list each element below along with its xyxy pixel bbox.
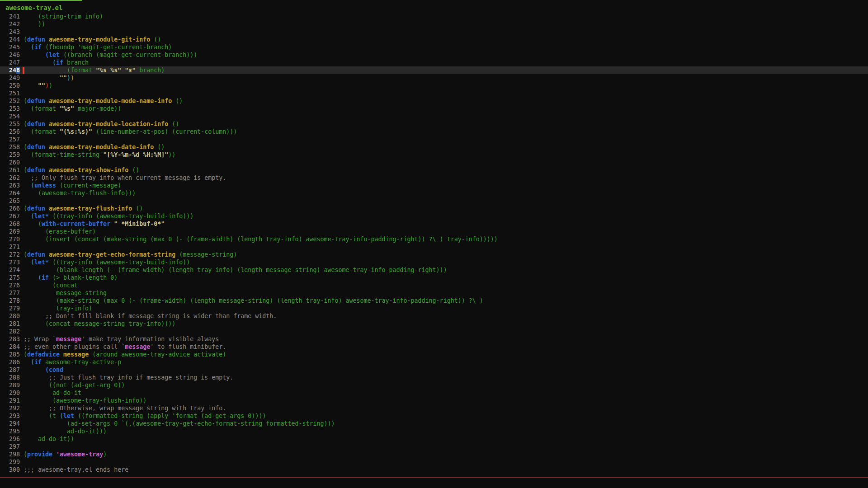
code-line[interactable]: 250 "")) xyxy=(0,82,868,89)
code-line[interactable]: 249 "")) xyxy=(0,74,868,82)
code-text: (let* ((tray-info (awesome-tray-build-in… xyxy=(24,259,190,266)
code-line[interactable]: 245 (if (fboundp 'magit-get-current-bran… xyxy=(0,43,868,51)
code-text: (defun awesome-tray-get-echo-format-stri… xyxy=(24,251,237,258)
code-line[interactable]: 296 ad-do-it)) xyxy=(0,435,868,443)
code-line[interactable]: 281 (concat message-string tray-info)))) xyxy=(0,320,868,328)
code-line[interactable]: 290 ad-do-it xyxy=(0,389,868,397)
code-line[interactable]: 259 (format-time-string "[%Y-%m-%d %H:%M… xyxy=(0,151,868,159)
code-line[interactable]: 291 (awesome-tray-flush-info)) xyxy=(0,397,868,404)
code-line[interactable]: 253 (format "%s" major-mode)) xyxy=(0,105,868,113)
code-text: (if (> blank-length 0) xyxy=(24,274,118,281)
code-line[interactable]: 242 )) xyxy=(0,20,868,28)
line-number: 297 xyxy=(0,443,20,450)
code-line[interactable]: 255(defun awesome-tray-module-location-i… xyxy=(0,120,868,128)
code-line[interactable]: 285(defadvice message (around awesome-tr… xyxy=(0,351,868,358)
line-number: 245 xyxy=(0,43,20,51)
code-line[interactable]: 280 ;; Don't fill blank if message strin… xyxy=(0,312,868,320)
line-number: 265 xyxy=(0,197,20,205)
code-line[interactable]: 264 (awesome-tray-flush-info))) xyxy=(0,189,868,197)
line-number: 295 xyxy=(0,427,20,435)
code-line[interactable]: 261(defun awesome-tray-show-info () xyxy=(0,166,868,174)
code-line[interactable]: 265 xyxy=(0,197,868,205)
line-number: 276 xyxy=(0,282,20,289)
code-line[interactable]: 292 ;; Otherwise, wrap message string wi… xyxy=(0,404,868,412)
code-line[interactable]: 266(defun awesome-tray-flush-info () xyxy=(0,205,868,212)
code-line[interactable]: 251 xyxy=(0,89,868,97)
code-line[interactable]: 278 (make-string (max 0 (- (frame-width)… xyxy=(0,297,868,305)
line-number: 257 xyxy=(0,136,20,143)
line-number: 287 xyxy=(0,366,20,374)
code-text: (awesome-tray-flush-info)) xyxy=(24,397,146,404)
code-line[interactable]: 268 (with-current-buffer " *Minibuf-0*" xyxy=(0,220,868,228)
line-number: 258 xyxy=(0,143,20,151)
code-line[interactable]: 247 (if branch xyxy=(0,59,868,66)
code-line[interactable]: 257 xyxy=(0,136,868,143)
code-line[interactable]: 298(provide 'awesome-tray) xyxy=(0,450,868,458)
line-number: 241 xyxy=(0,13,20,20)
code-line[interactable]: 277 message-string xyxy=(0,289,868,297)
code-text: ad-do-it))) xyxy=(24,428,107,435)
code-line[interactable]: 274 (blank-length (- (frame-width) (leng… xyxy=(0,266,868,274)
code-line[interactable]: 252(defun awesome-tray-module-mode-name-… xyxy=(0,97,868,105)
code-line[interactable]: 271 xyxy=(0,243,868,251)
code-line[interactable]: 263 (unless (current-message) xyxy=(0,182,868,189)
code-text: )) xyxy=(24,21,45,28)
line-number: 273 xyxy=(0,258,20,266)
code-line[interactable]: 279 tray-info) xyxy=(0,305,868,312)
code-text: (format "(%s:%s)" (line-number-at-pos) (… xyxy=(24,128,237,135)
code-line[interactable]: 270 (insert (concat (make-string (max 0 … xyxy=(0,235,868,243)
code-line[interactable]: 272(defun awesome-tray-get-echo-format-s… xyxy=(0,251,868,258)
code-text: (concat message-string tray-info)))) xyxy=(24,320,175,327)
code-line[interactable]: 241 (string-trim info) xyxy=(0,13,868,20)
code-text: ((not (ad-get-arg 0)) xyxy=(24,382,125,389)
line-number: 259 xyxy=(0,151,20,159)
code-text: "")) xyxy=(24,75,74,81)
code-line[interactable]: 282 xyxy=(0,328,868,335)
text-cursor xyxy=(23,67,24,74)
code-line[interactable]: 299 xyxy=(0,458,868,466)
line-number: 246 xyxy=(0,51,20,59)
code-line[interactable]: 262 ;; Only flush tray info when current… xyxy=(0,174,868,182)
line-number: 275 xyxy=(0,274,20,282)
code-line[interactable]: 258(defun awesome-tray-module-date-info … xyxy=(0,143,868,151)
code-line[interactable]: 275 (if (> blank-length 0) xyxy=(0,274,868,282)
code-text: (format-time-string "[%Y-%m-%d %H:%M]")) xyxy=(24,151,175,158)
line-number: 280 xyxy=(0,312,20,320)
code-line[interactable]: 283;; Wrap `message' make tray informati… xyxy=(0,335,868,343)
code-line[interactable]: 273 (let* ((tray-info (awesome-tray-buil… xyxy=(0,258,868,266)
code-line[interactable]: 269 (erase-buffer) xyxy=(0,228,868,235)
code-line[interactable]: 243 xyxy=(0,28,868,36)
line-number: 243 xyxy=(0,28,20,36)
line-number: 251 xyxy=(0,89,20,97)
code-text: (with-current-buffer " *Minibuf-0*" xyxy=(24,221,165,227)
line-number: 247 xyxy=(0,59,20,66)
code-line[interactable]: 246 (let ((branch (magit-get-current-bra… xyxy=(0,51,868,59)
line-number: 270 xyxy=(0,235,20,243)
code-line[interactable]: 293 (t (let ((formatted-string (apply 'f… xyxy=(0,412,868,420)
code-line[interactable]: 297 xyxy=(0,443,868,450)
code-line[interactable]: 300;;; awesome-tray.el ends here xyxy=(0,466,868,474)
line-number: 252 xyxy=(0,97,20,105)
code-line[interactable]: 289 ((not (ad-get-arg 0)) xyxy=(0,381,868,389)
code-line[interactable]: 286 (if awesome-tray-active-p xyxy=(0,358,868,366)
line-number: 290 xyxy=(0,389,20,397)
code-line[interactable]: 248 (format "%s %s" "♜" branch) xyxy=(0,66,868,74)
code-text: (if awesome-tray-active-p xyxy=(24,359,121,366)
line-number: 271 xyxy=(0,243,20,251)
code-line[interactable]: 287 (cond xyxy=(0,366,868,374)
line-number: 284 xyxy=(0,343,20,351)
code-line[interactable]: 254 xyxy=(0,113,868,120)
line-number: 248 xyxy=(0,66,20,74)
code-text: (t (let ((formatted-string (apply 'forma… xyxy=(24,413,266,419)
code-line[interactable]: 276 (concat xyxy=(0,282,868,289)
code-line[interactable]: 267 (let* ((tray-info (awesome-tray-buil… xyxy=(0,212,868,220)
code-line[interactable]: 244(defun awesome-tray-module-git-info (… xyxy=(0,36,868,43)
code-line[interactable]: 284;; even other plugins call `message' … xyxy=(0,343,868,351)
code-line[interactable]: 256 (format "(%s:%s)" (line-number-at-po… xyxy=(0,128,868,136)
code-line[interactable]: 288 ;; Just flush tray info if message s… xyxy=(0,374,868,381)
code-area[interactable]: 241 (string-trim info)242 ))243244(defun… xyxy=(0,13,868,474)
code-line[interactable]: 260 xyxy=(0,159,868,166)
code-line[interactable]: 294 (ad-set-args 0 `(,(awesome-tray-get-… xyxy=(0,420,868,427)
code-line[interactable]: 295 ad-do-it))) xyxy=(0,427,868,435)
line-number: 255 xyxy=(0,120,20,128)
